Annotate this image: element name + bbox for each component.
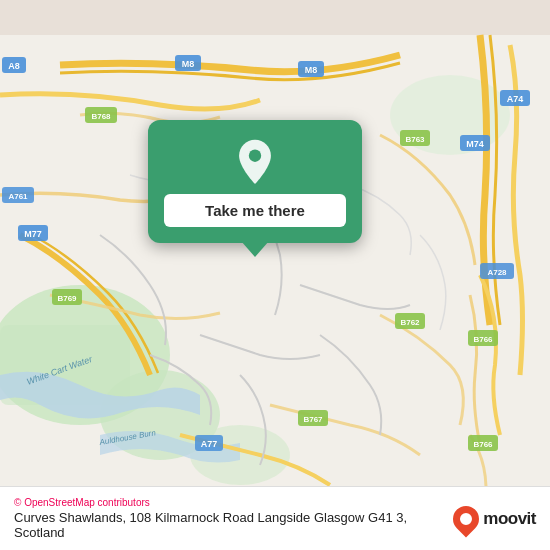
address-text: Curves Shawlands, 108 Kilmarnock Road La…: [14, 510, 453, 540]
svg-text:A8: A8: [8, 61, 20, 71]
moovit-logo: moovit: [453, 506, 536, 532]
moovit-icon: [448, 500, 485, 537]
svg-text:A74: A74: [507, 94, 524, 104]
svg-text:M8: M8: [305, 65, 318, 75]
svg-text:B766: B766: [473, 335, 493, 344]
copyright-symbol: ©: [14, 497, 21, 508]
location-pin-icon: [232, 138, 278, 184]
svg-text:A761: A761: [8, 192, 28, 201]
svg-point-40: [249, 150, 261, 162]
moovit-text: moovit: [483, 509, 536, 529]
svg-text:M74: M74: [466, 139, 484, 149]
bottom-left-info: © OpenStreetMap contributors Curves Shaw…: [14, 497, 453, 540]
svg-text:B766: B766: [473, 440, 493, 449]
svg-text:B763: B763: [405, 135, 425, 144]
svg-text:B767: B767: [303, 415, 323, 424]
svg-text:M8: M8: [182, 59, 195, 69]
popup-card: Take me there: [148, 120, 362, 243]
svg-text:B768: B768: [91, 112, 111, 121]
attribution-text: OpenStreetMap contributors: [24, 497, 150, 508]
svg-text:M77: M77: [24, 229, 42, 239]
svg-text:A728: A728: [487, 268, 507, 277]
map-attribution: © OpenStreetMap contributors: [14, 497, 453, 508]
map-container: A8 M8 M8 M74 A74 A761 B768 M77 B763 A728…: [0, 0, 550, 550]
svg-text:A77: A77: [201, 439, 218, 449]
bottom-bar: © OpenStreetMap contributors Curves Shaw…: [0, 486, 550, 550]
svg-text:B762: B762: [400, 318, 420, 327]
take-me-there-button[interactable]: Take me there: [164, 194, 346, 227]
svg-text:B769: B769: [57, 294, 77, 303]
map-background: A8 M8 M8 M74 A74 A761 B768 M77 B763 A728…: [0, 0, 550, 550]
